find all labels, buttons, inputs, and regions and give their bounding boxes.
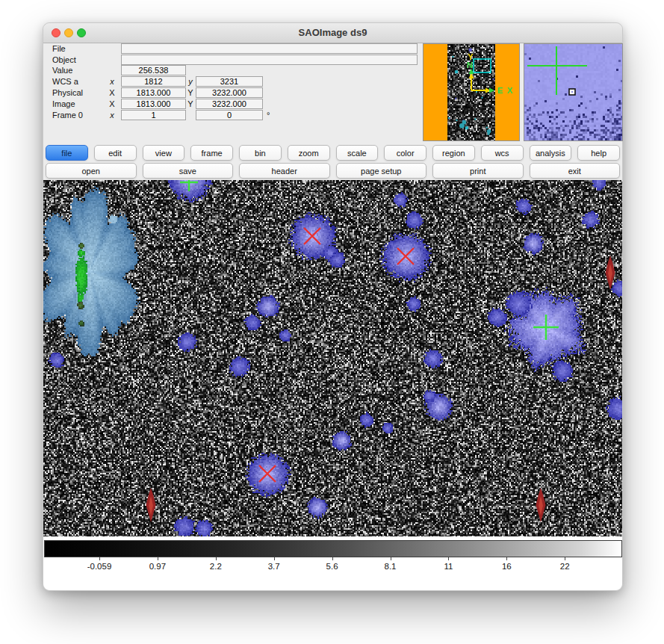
ds9-window: SAOImage ds9 FileObjectValue256.538WCS a… [43,22,623,591]
zoom-button[interactable]: zoom [288,145,330,161]
info-field[interactable]: 3232.000 [196,99,263,109]
colorbar-tick [506,557,507,560]
view-button[interactable]: view [143,145,185,161]
window-title: SAOImage ds9 [43,23,622,43]
degree-symbol: ° [267,110,270,120]
colorbar-tick [448,557,449,560]
axis-label: X [108,99,117,109]
info-label: Value [52,65,72,75]
info-field[interactable]: 3231 [196,76,263,87]
colorbar-tick-label: 0.97 [149,562,166,571]
colorbar-tick [332,557,333,560]
axis-label: Y [186,99,195,109]
colorbar-tick [391,557,391,560]
info-label: Frame 0 [52,110,83,120]
info-field[interactable]: 3232.000 [196,87,263,98]
analysis-button[interactable]: analysis [530,145,572,161]
colorbar-tick [216,557,217,560]
menu-bar: fileeditviewframebinzoomscalecolorregion… [46,145,620,161]
colorbar-tick-label: 11 [444,562,453,571]
help-button[interactable]: help [577,145,620,161]
info-label: WCS a [52,76,78,87]
magnifier-view[interactable] [524,43,623,141]
colorbar-tick-label: 22 [560,562,570,571]
scale-button[interactable]: scale [336,145,379,161]
colorbar-tick [99,557,100,560]
titlebar[interactable]: SAOImage ds9 [43,23,622,43]
colorbar-tick-label: 16 [502,562,512,571]
info-field[interactable]: 0 [196,110,263,120]
colorbar-tick [565,557,565,560]
region-button[interactable]: region [432,145,475,161]
info-label: File [52,43,66,54]
colorbar-gradient[interactable] [44,540,622,557]
info-field[interactable] [121,43,418,54]
info-field[interactable]: 1 [121,110,186,120]
action-bar: opensaveheaderpage setupprintexit [46,163,620,179]
info-field[interactable]: 256.538 [121,65,186,75]
page-setup-button[interactable]: page setup [336,163,427,179]
axis-label: y [186,76,195,87]
info-field[interactable]: 1812 [121,76,186,87]
header-button[interactable]: header [239,163,330,179]
bin-button[interactable]: bin [239,145,282,161]
color-button[interactable]: color [384,145,426,161]
edit-button[interactable]: edit [94,145,137,161]
wcs-button[interactable]: wcs [481,145,524,161]
save-button[interactable]: save [143,163,234,179]
image-display[interactable] [43,180,622,536]
colorbar-tick-label: 8.1 [385,562,397,571]
panner-view[interactable] [423,43,520,141]
info-label: Object [52,55,76,65]
axis-label: x [108,110,117,120]
colorbar-tick-label: 2.2 [210,562,222,571]
open-button[interactable]: open [46,163,137,179]
axis-label: x [108,76,117,87]
colorbar-tick [274,557,275,560]
info-field[interactable] [121,55,418,65]
axis-label: X [108,87,117,98]
colorbar-area: -0.0590.972.23.75.68.1111622 [43,536,622,590]
colorbar-tick-label: -0.059 [87,562,112,571]
info-label: Physical [52,87,83,98]
print-button[interactable]: print [432,163,524,179]
colorbar-tick-label: 5.6 [326,562,338,571]
colorbar-tick-label: 3.7 [268,562,280,571]
exit-button[interactable]: exit [530,163,621,179]
frame-button[interactable]: frame [190,145,233,161]
info-field[interactable]: 1813.000 [121,87,186,98]
file-button[interactable]: file [46,145,88,161]
info-label: Image [52,99,75,109]
info-field[interactable]: 1813.000 [121,99,186,109]
axis-label: Y [186,87,195,98]
colorbar-tick [158,557,158,560]
